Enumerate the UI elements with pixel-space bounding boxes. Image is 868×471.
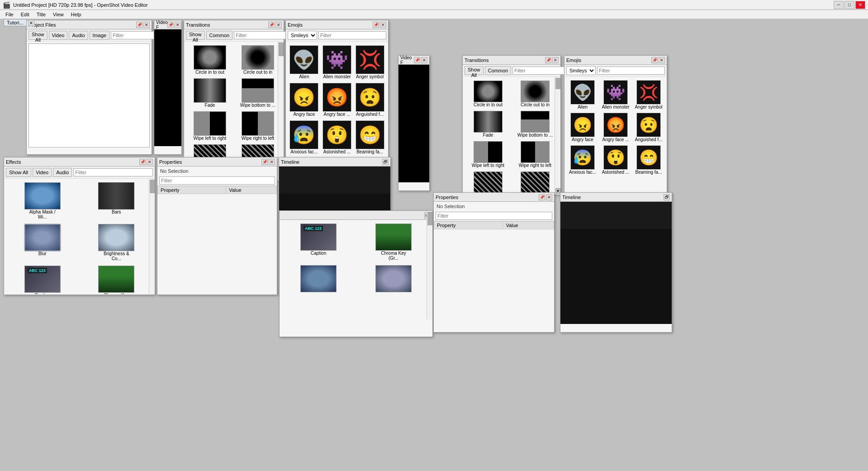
emoji-item[interactable]: 😧 Anguished f... bbox=[354, 82, 385, 118]
menu-view[interactable]: View bbox=[49, 10, 67, 19]
minimize-button[interactable]: ─ bbox=[834, 1, 844, 9]
effects-2-scroll-thumb[interactable] bbox=[427, 220, 432, 225]
transition-item[interactable]: Circle out to in bbox=[235, 44, 281, 76]
effects-scroll-thumb[interactable] bbox=[150, 180, 155, 193]
properties-2-close[interactable]: ✕ bbox=[546, 194, 552, 200]
transition-item[interactable]: Wipe right to left bbox=[235, 110, 281, 142]
menu-edit[interactable]: Edit bbox=[17, 10, 33, 19]
transitions-1-pin[interactable]: 📌 bbox=[268, 22, 275, 28]
transitions-header-2[interactable]: Transitions 📌 ✕ bbox=[463, 56, 560, 65]
effects-2-scroll-track[interactable] bbox=[427, 220, 432, 319]
project-files-audio[interactable]: Audio bbox=[69, 31, 88, 40]
emoji-item[interactable]: 💢 Anger symbol bbox=[633, 79, 664, 110]
transition-item[interactable]: Wipe left to right bbox=[187, 110, 233, 142]
emoji-item[interactable]: 😰 Anxious fac... bbox=[567, 144, 598, 176]
timeline-2-restore[interactable]: 🗗 bbox=[664, 194, 670, 200]
emojis-2-filter[interactable] bbox=[597, 67, 665, 75]
effects-close[interactable]: ✕ bbox=[147, 159, 153, 165]
timeline-header-1[interactable]: Timeline 🗗 bbox=[279, 157, 390, 167]
emoji-item[interactable]: 💢 Anger symbol bbox=[354, 44, 385, 80]
effect-item[interactable] bbox=[282, 264, 355, 293]
properties-2-pin[interactable]: 📌 bbox=[539, 194, 545, 200]
effects-filter[interactable] bbox=[73, 168, 153, 176]
emoji-item[interactable]: 😠 Angry face bbox=[289, 82, 320, 118]
transition-item[interactable]: Circle in to out bbox=[187, 44, 233, 76]
project-files-showall[interactable]: Show All bbox=[28, 31, 47, 40]
emoji-item[interactable]: 😡 Angry face ... bbox=[600, 112, 631, 143]
transition-item[interactable]: Fade bbox=[465, 110, 511, 138]
tutorial-close-btn[interactable]: ✕ bbox=[28, 20, 34, 26]
project-files-image[interactable]: Image bbox=[90, 31, 110, 40]
effect-item[interactable]: Chroma Key (Gr... bbox=[357, 223, 430, 262]
transition-item[interactable]: Circle in to out bbox=[465, 80, 511, 108]
transition-item[interactable]: Wipe bottom to ... bbox=[235, 77, 281, 109]
emoji-item[interactable]: 👽 Alien bbox=[289, 44, 320, 80]
effect-item[interactable]: ABC 123 Caption bbox=[282, 223, 355, 262]
restore-button[interactable]: □ bbox=[844, 1, 854, 9]
effects-header[interactable]: Effects 📌 ✕ bbox=[4, 157, 155, 167]
emojis-1-filter[interactable] bbox=[318, 31, 386, 39]
timeline-header-2[interactable]: Timeline 🗗 bbox=[560, 193, 672, 202]
emoji-item[interactable]: 😧 Anguished f... bbox=[633, 112, 664, 143]
transition-item[interactable]: Wipe right to left bbox=[512, 140, 558, 169]
transitions-2-common[interactable]: Common bbox=[485, 66, 512, 75]
transitions-2-pin[interactable]: 📌 bbox=[545, 57, 551, 63]
emojis-1-pin[interactable]: 📌 bbox=[373, 22, 379, 28]
effects-pin[interactable]: 📌 bbox=[139, 159, 146, 165]
emoji-item[interactable]: 😰 Anxious fac... bbox=[289, 119, 320, 155]
emoji-item[interactable]: 👽 Alien bbox=[567, 79, 598, 110]
properties-2-filter[interactable] bbox=[436, 212, 552, 220]
transitions-1-close[interactable]: ✕ bbox=[275, 22, 282, 28]
emojis-header-1[interactable]: Emojis 📌 ✕ bbox=[286, 20, 388, 29]
video-files-2-close[interactable]: ✕ bbox=[421, 57, 427, 63]
transition-item[interactable] bbox=[465, 171, 511, 194]
emojis-2-category[interactable]: Smileys bbox=[566, 66, 596, 75]
video-files-1-pin[interactable]: 📌 bbox=[167, 22, 174, 28]
emoji-item[interactable]: 😡 Angry face ... bbox=[322, 82, 353, 118]
properties-1-close[interactable]: ✕ bbox=[269, 159, 275, 165]
emoji-item[interactable]: 😲 Astonished ... bbox=[600, 144, 631, 176]
effects-header-2[interactable]: 🗗 bbox=[280, 211, 432, 220]
effects-scroll-track[interactable] bbox=[149, 179, 155, 294]
transitions-2-close[interactable]: ✕ bbox=[552, 57, 559, 63]
effects-video[interactable]: Video bbox=[33, 168, 52, 177]
properties-1-pin[interactable]: 📌 bbox=[261, 159, 268, 165]
menu-title[interactable]: Title bbox=[33, 10, 49, 19]
transitions-1-showall[interactable]: Show All bbox=[186, 31, 205, 40]
tutorial-tab[interactable]: Tutori... bbox=[4, 19, 27, 26]
transitions-header-1[interactable]: Transitions 📌 ✕ bbox=[184, 20, 284, 29]
video-files-2-pin[interactable]: 📌 bbox=[414, 57, 420, 63]
transitions-1-common[interactable]: Common bbox=[206, 31, 233, 40]
properties-header-2[interactable]: Properties 📌 ✕ bbox=[434, 193, 554, 202]
effect-item[interactable]: Blur bbox=[7, 223, 78, 262]
emojis-2-pin[interactable]: 📌 bbox=[651, 57, 658, 63]
emojis-1-category[interactable]: Smileys bbox=[288, 31, 317, 40]
effect-item[interactable]: Brightness & Co... bbox=[81, 223, 152, 262]
transition-item[interactable]: Wipe bottom to ... bbox=[512, 110, 558, 138]
emoji-item[interactable]: 👾 Alien monster bbox=[600, 79, 631, 110]
video-files-header-2[interactable]: Video F 📌 ✕ bbox=[398, 56, 429, 65]
transition-item[interactable]: Circle out to in bbox=[512, 80, 558, 108]
menu-file[interactable]: File bbox=[2, 10, 17, 19]
effects-audio[interactable]: Audio bbox=[53, 168, 72, 177]
emoji-item[interactable]: 😠 Angry face bbox=[567, 112, 598, 143]
emoji-item[interactable]: 😁 Beaming fa... bbox=[354, 119, 385, 155]
project-files-pin[interactable]: 📌 bbox=[136, 22, 142, 28]
scroll-thumb[interactable] bbox=[279, 43, 284, 56]
project-files-video[interactable]: Video bbox=[49, 31, 68, 40]
effect-item[interactable]: Alpha Mask / Wi... bbox=[7, 181, 78, 220]
close-button[interactable]: ✕ bbox=[855, 1, 865, 9]
project-files-header[interactable]: Project Files 📌 ✕ bbox=[27, 20, 152, 29]
project-files-close[interactable]: ✕ bbox=[143, 22, 150, 28]
transition-item[interactable]: Fade bbox=[187, 77, 233, 109]
emoji-item[interactable]: 😁 Beaming fa... bbox=[633, 144, 664, 176]
transitions-2-showall[interactable]: Show All bbox=[465, 66, 484, 75]
video-files-1-close[interactable]: ✕ bbox=[175, 22, 181, 28]
trans-2-scroll-track[interactable]: ▼ bbox=[555, 77, 560, 195]
effect-item[interactable]: Bars bbox=[81, 181, 152, 220]
emoji-item[interactable]: 👾 Alien monster bbox=[322, 44, 353, 80]
video-files-header-1[interactable]: Video F 📌 ✕ bbox=[154, 20, 181, 29]
properties-1-filter[interactable] bbox=[159, 176, 275, 185]
effects-showall[interactable]: Show All bbox=[6, 168, 31, 177]
emojis-header-2[interactable]: Emojis 📌 ✕ bbox=[564, 56, 667, 65]
